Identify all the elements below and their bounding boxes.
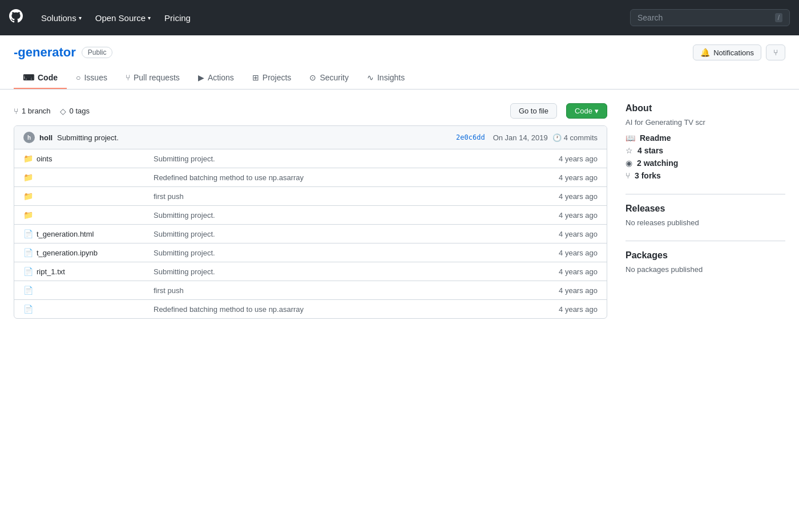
commit-message: Submitting project.: [57, 133, 119, 142]
file-name-2[interactable]: 📁: [23, 173, 149, 182]
table-row: 📁 first push 4 years ago: [14, 187, 607, 206]
open-source-chevron-icon: ▾: [148, 15, 151, 21]
file-age: 4 years ago: [559, 230, 598, 238]
table-row: 📁 oints Submitting project. 4 years ago: [14, 149, 607, 168]
tab-insights[interactable]: ∿ Insights: [358, 67, 414, 89]
eye-icon: ◉: [626, 159, 632, 168]
folder-icon: 📁: [23, 154, 33, 163]
insights-tab-icon: ∿: [367, 73, 374, 82]
watching-stat[interactable]: ◉ 2 watching: [626, 159, 785, 168]
file-icon: 📄: [23, 304, 33, 314]
go-to-file-button[interactable]: Go to file: [510, 103, 557, 119]
forks-stat[interactable]: ⑂ 3 forks: [626, 171, 785, 180]
search-input[interactable]: Search /: [630, 9, 790, 26]
github-logo[interactable]: [9, 9, 23, 26]
table-row: 📄 Redefined batching method to use np.as…: [14, 300, 607, 318]
fork-stat-icon: ⑂: [626, 171, 630, 180]
repo-name[interactable]: -generator: [14, 45, 76, 60]
file-name-4[interactable]: 📁: [23, 210, 149, 220]
file-icon: 📄: [23, 229, 33, 238]
tab-actions[interactable]: ▶ Actions: [189, 67, 243, 89]
bell-icon: 🔔: [700, 48, 710, 57]
commit-date: On Jan 14, 2019: [493, 133, 548, 142]
stars-stat[interactable]: ☆ 4 stars: [626, 146, 785, 155]
file-age: 4 years ago: [559, 249, 598, 257]
commit-header-row: h holl Submitting project. 2e0c6dd On Ja…: [14, 126, 607, 149]
file-name-t-generation-html[interactable]: 📄 t_generation.html: [23, 229, 149, 238]
commit-avatar: h: [23, 132, 35, 143]
visibility-badge: Public: [82, 47, 113, 58]
code-dropdown-button[interactable]: Code ▾: [566, 103, 607, 119]
file-age: 4 years ago: [559, 267, 598, 276]
file-commit-msg: Submitting project.: [149, 211, 559, 220]
file-commit-msg: Submitting project.: [149, 230, 559, 238]
about-section: About AI for Generating TV scr 📖 Readme …: [626, 103, 785, 180]
branch-info[interactable]: ⑂ 1 branch: [14, 107, 51, 116]
folder-icon: 📁: [23, 192, 33, 201]
tab-security[interactable]: ⊙ Security: [300, 67, 358, 89]
file-commit-msg: Submitting project.: [149, 155, 559, 163]
repo-actions: 🔔 Notifications ⑂: [693, 44, 785, 60]
file-age: 4 years ago: [559, 155, 598, 163]
packages-empty: No packages published: [626, 265, 785, 274]
file-age: 4 years ago: [559, 173, 598, 182]
search-slash-badge: /: [775, 13, 782, 22]
pr-tab-icon: ⑂: [126, 73, 130, 82]
open-source-menu[interactable]: Open Source ▾: [95, 13, 151, 23]
file-age: 4 years ago: [559, 286, 598, 295]
file-commit-msg: Submitting project.: [149, 267, 559, 276]
file-name-9[interactable]: 📄: [23, 304, 149, 314]
fork-icon: ⑂: [773, 48, 778, 57]
solutions-menu[interactable]: Solutions ▾: [41, 13, 82, 23]
about-description: AI for Generating TV scr: [626, 118, 785, 127]
file-table: h holl Submitting project. 2e0c6dd On Ja…: [14, 125, 607, 319]
commit-count[interactable]: 🕐 4 commits: [552, 133, 598, 142]
about-title: About: [626, 103, 785, 113]
table-row: 📁 Redefined batching method to use np.as…: [14, 168, 607, 187]
main-content: ⑂ 1 branch ◇ 0 tags Go to file Code ▾ h …: [0, 90, 799, 332]
readme-stat[interactable]: 📖 Readme: [626, 133, 785, 143]
releases-section: Releases No releases published: [626, 204, 785, 227]
fork-button[interactable]: ⑂: [766, 44, 785, 60]
tag-icon: ◇: [60, 107, 66, 116]
table-row: 📄 first push 4 years ago: [14, 281, 607, 300]
tag-info[interactable]: ◇ 0 tags: [60, 107, 90, 116]
clock-icon: 🕐: [552, 133, 562, 142]
folder-icon: 📁: [23, 210, 33, 220]
tab-pull-requests[interactable]: ⑂ Pull requests: [116, 67, 189, 89]
code-btn-chevron-icon: ▾: [595, 107, 599, 115]
file-age: 4 years ago: [559, 192, 598, 201]
tab-issues[interactable]: ○ Issues: [67, 67, 116, 89]
repo-title-row: -generator Public 🔔 Notifications ⑂: [14, 44, 785, 60]
branch-icon: ⑂: [14, 107, 18, 116]
file-icon: 📄: [23, 248, 33, 257]
notifications-button[interactable]: 🔔 Notifications: [693, 44, 761, 60]
code-tab-icon: ⌨: [23, 73, 34, 82]
commit-author[interactable]: holl: [39, 133, 53, 142]
issues-tab-icon: ○: [76, 73, 80, 82]
table-row: 📄 ript_1.txt Submitting project. 4 years…: [14, 262, 607, 281]
tab-code[interactable]: ⌨ Code: [14, 67, 67, 89]
file-age: 4 years ago: [559, 305, 598, 314]
file-commit-msg: first push: [149, 192, 559, 201]
projects-tab-icon: ⊞: [252, 73, 259, 82]
security-tab-icon: ⊙: [309, 73, 316, 82]
file-name-t-generation-ipynb[interactable]: 📄 t_generation.ipynb: [23, 248, 149, 257]
packages-section: Packages No packages published: [626, 250, 785, 274]
commit-hash[interactable]: 2e0c6dd: [456, 133, 485, 141]
file-commit-msg: first push: [149, 286, 559, 295]
file-name-ript-1-txt[interactable]: 📄 ript_1.txt: [23, 267, 149, 276]
repo-tabs: ⌨ Code ○ Issues ⑂ Pull requests ▶ Action…: [14, 67, 785, 89]
releases-empty: No releases published: [626, 218, 785, 227]
star-icon: ☆: [626, 146, 633, 155]
file-name-8[interactable]: 📄: [23, 286, 149, 295]
file-name-3[interactable]: 📁: [23, 192, 149, 201]
book-icon: 📖: [626, 133, 635, 143]
repo-body: ⑂ 1 branch ◇ 0 tags Go to file Code ▾ h …: [14, 103, 607, 319]
pricing-link[interactable]: Pricing: [164, 13, 191, 23]
file-commit-msg: Redefined batching method to use np.asar…: [149, 173, 559, 182]
tab-projects[interactable]: ⊞ Projects: [243, 67, 301, 89]
file-name-oints[interactable]: 📁 oints: [23, 154, 149, 163]
folder-icon: 📁: [23, 173, 33, 182]
sidebar-divider-1: [626, 194, 785, 194]
